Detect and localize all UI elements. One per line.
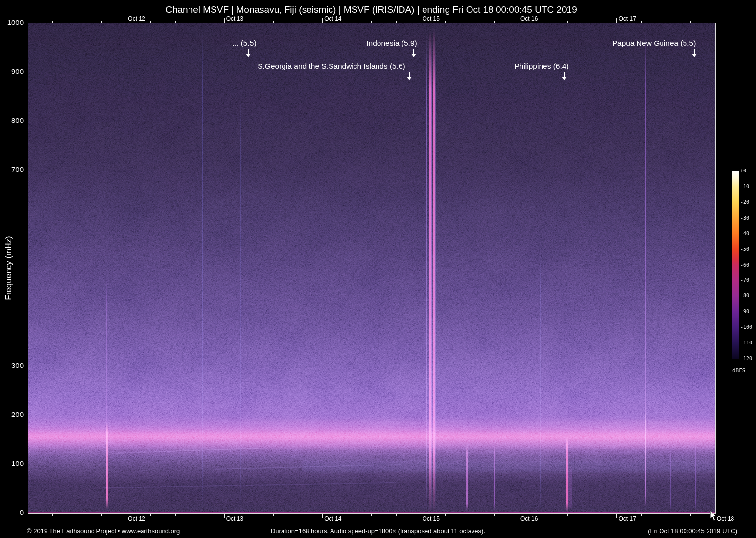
x-major-tick xyxy=(715,18,715,23)
x-minor-tick xyxy=(101,514,102,516)
x-major-tick xyxy=(616,514,617,518)
colorbar-tick-label: -10 xyxy=(740,184,749,189)
event-streak xyxy=(593,353,593,510)
x-axis-label-top: Oct 17 xyxy=(618,15,636,22)
event-streak xyxy=(439,47,439,490)
x-minor-tick xyxy=(249,21,249,23)
y-tick xyxy=(24,121,28,121)
x-axis-label-top: Oct 15 xyxy=(423,15,440,22)
y-tick xyxy=(24,415,28,415)
x-axis-label-bottom: Oct 16 xyxy=(520,515,538,522)
annotation-down-arrow xyxy=(407,72,412,80)
colorbar-tick-label: +0 xyxy=(740,168,746,173)
event-streak xyxy=(307,54,307,510)
x-minor-tick xyxy=(298,21,298,23)
colorbar-tick-label: -120 xyxy=(740,356,752,361)
x-minor-tick xyxy=(592,21,592,23)
y-tick-right xyxy=(716,72,720,72)
x-major-tick xyxy=(322,514,323,518)
event-streak xyxy=(240,94,241,510)
annotation-down-arrow xyxy=(411,49,416,57)
x-minor-tick xyxy=(77,514,77,516)
colorbar-tick-label: -60 xyxy=(740,262,749,268)
x-minor-tick xyxy=(567,21,568,23)
x-minor-tick xyxy=(347,21,347,23)
x-major-tick xyxy=(421,18,421,23)
x-major-tick xyxy=(322,18,323,23)
x-minor-tick xyxy=(641,514,642,516)
colorbar-tick-label: -100 xyxy=(740,324,752,330)
footer-duration: Duration=168 hours. Audio speed-up=1800×… xyxy=(271,527,485,535)
x-axis-label-bottom: Oct 14 xyxy=(324,515,341,522)
colorbar-tick-label: -80 xyxy=(740,293,749,298)
y-axis-label: 100 xyxy=(0,459,24,468)
x-major-tick xyxy=(126,514,126,518)
x-minor-tick xyxy=(494,21,495,23)
event-streak xyxy=(435,39,436,512)
event-streak xyxy=(106,423,108,509)
y-axis-label: 800 xyxy=(0,116,24,125)
x-major-tick xyxy=(616,18,617,23)
colorbar-tick-label: -30 xyxy=(740,215,749,220)
x-axis-label-top: Oct 14 xyxy=(324,15,341,22)
event-annotation-label: Papua New Guinea (5.5) xyxy=(613,39,696,48)
arrow-head xyxy=(562,77,567,80)
x-minor-tick xyxy=(175,21,176,23)
y-tick xyxy=(24,366,28,366)
arrow-head xyxy=(692,54,697,57)
x-minor-tick xyxy=(77,21,77,23)
x-minor-tick xyxy=(396,514,397,516)
arrow-head xyxy=(407,77,412,80)
colorbar-tick-label: -70 xyxy=(740,277,749,283)
annotation-down-arrow xyxy=(562,72,567,80)
x-minor-tick xyxy=(347,514,347,516)
y-tick-right xyxy=(716,317,720,317)
x-minor-tick xyxy=(445,514,446,516)
y-tick-right xyxy=(716,219,720,219)
x-axis-label-top: Oct 13 xyxy=(226,15,243,22)
x-minor-tick xyxy=(543,21,543,23)
x-minor-tick xyxy=(445,21,446,23)
arrow-stem xyxy=(564,72,565,77)
footer-copyright: © 2019 The Earthsound Project • www.eart… xyxy=(27,527,180,535)
x-minor-tick xyxy=(249,514,249,516)
spectrogram-plot-area xyxy=(28,23,716,514)
x-minor-tick xyxy=(592,514,592,516)
x-minor-tick xyxy=(200,514,200,516)
event-streak xyxy=(202,27,203,510)
colorbar-unit-label: dBFS xyxy=(732,367,746,374)
event-streak xyxy=(433,29,435,512)
x-major-tick xyxy=(519,514,519,518)
y-axis-label: 200 xyxy=(0,410,24,419)
x-major-tick xyxy=(126,18,126,23)
arrow-head xyxy=(246,54,251,57)
y-tick-right xyxy=(716,268,720,268)
event-annotation-label: ... (5.5) xyxy=(232,39,256,48)
x-minor-tick xyxy=(200,21,200,23)
x-axis-label-bottom: Oct 13 xyxy=(226,515,243,522)
y-tick xyxy=(24,23,28,23)
event-streak xyxy=(567,343,567,441)
arrow-stem xyxy=(248,49,249,54)
y-axis-label: 700 xyxy=(0,165,24,174)
event-streak xyxy=(365,128,365,510)
x-minor-tick xyxy=(298,514,298,516)
spectrogram-screenshot: { "title": "Channel MSVF | Monasavu, Fij… xyxy=(0,0,756,538)
x-axis-label-bottom: Oct 17 xyxy=(618,515,636,522)
x-minor-tick xyxy=(175,514,176,516)
y-axis-title: Frequency (mHz) xyxy=(4,136,14,400)
x-major-tick xyxy=(224,514,225,518)
event-streak xyxy=(425,42,425,512)
arrow-stem xyxy=(413,49,414,54)
x-axis-label-bottom: Oct 12 xyxy=(128,515,145,522)
x-minor-tick xyxy=(150,21,151,23)
footer-end-timestamp: (Fri Oct 18 00:00:45 2019 UTC) xyxy=(648,527,737,535)
event-streak xyxy=(426,35,427,512)
bottom-edge-signal-line xyxy=(28,512,715,513)
x-minor-tick xyxy=(396,21,397,23)
event-streak xyxy=(494,444,495,511)
y-tick xyxy=(24,317,28,317)
x-minor-tick xyxy=(371,21,372,23)
y-tick xyxy=(24,219,28,219)
y-axis-label: 1000 xyxy=(0,18,24,27)
